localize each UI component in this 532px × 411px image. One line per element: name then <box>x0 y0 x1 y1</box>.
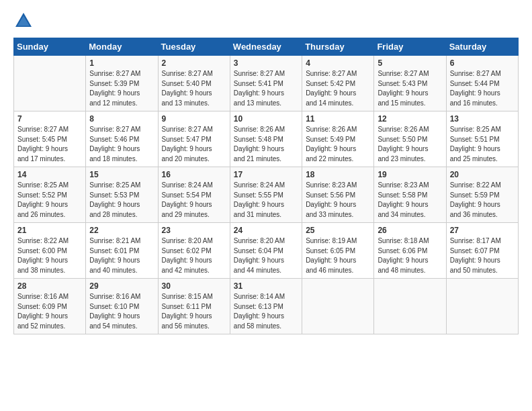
day-info: Sunrise: 8:27 AMSunset: 5:46 PMDaylight:… <box>89 125 154 164</box>
day-info: Sunrise: 8:25 AMSunset: 5:53 PMDaylight:… <box>89 181 154 220</box>
calendar-cell: 6 Sunrise: 8:27 AMSunset: 5:44 PMDayligh… <box>446 56 518 111</box>
calendar-cell <box>446 279 518 334</box>
calendar-cell: 1 Sunrise: 8:27 AMSunset: 5:39 PMDayligh… <box>86 56 158 111</box>
calendar-cell: 30 Sunrise: 8:15 AMSunset: 6:11 PMDaylig… <box>158 279 230 334</box>
calendar-cell: 13 Sunrise: 8:25 AMSunset: 5:51 PMDaylig… <box>446 111 518 167</box>
day-info: Sunrise: 8:20 AMSunset: 6:02 PMDaylight:… <box>162 236 226 275</box>
calendar-cell: 10 Sunrise: 8:26 AMSunset: 5:48 PMDaylig… <box>230 111 302 167</box>
day-info: Sunrise: 8:27 AMSunset: 5:42 PMDaylight:… <box>306 69 370 108</box>
calendar-week-4: 21 Sunrise: 8:22 AMSunset: 6:00 PMDaylig… <box>14 223 519 279</box>
calendar-week-2: 7 Sunrise: 8:27 AMSunset: 5:45 PMDayligh… <box>14 111 519 167</box>
day-info: Sunrise: 8:26 AMSunset: 5:49 PMDaylight:… <box>306 125 370 164</box>
day-number: 18 <box>306 170 370 179</box>
day-number: 15 <box>89 170 154 179</box>
day-info: Sunrise: 8:21 AMSunset: 6:01 PMDaylight:… <box>89 236 154 275</box>
day-number: 3 <box>234 58 298 68</box>
calendar-cell: 28 Sunrise: 8:16 AMSunset: 6:09 PMDaylig… <box>14 279 86 334</box>
header <box>13 11 519 31</box>
day-info: Sunrise: 8:25 AMSunset: 5:51 PMDaylight:… <box>450 125 515 164</box>
day-info: Sunrise: 8:14 AMSunset: 6:13 PMDaylight:… <box>234 292 298 331</box>
logo-icon <box>13 11 34 31</box>
calendar-cell: 17 Sunrise: 8:24 AMSunset: 5:55 PMDaylig… <box>230 167 302 223</box>
day-info: Sunrise: 8:26 AMSunset: 5:48 PMDaylight:… <box>234 125 298 164</box>
day-number: 24 <box>234 226 298 235</box>
day-info: Sunrise: 8:27 AMSunset: 5:41 PMDaylight:… <box>234 69 298 108</box>
day-number: 28 <box>17 281 82 291</box>
day-number: 26 <box>378 226 442 235</box>
calendar-week-5: 28 Sunrise: 8:16 AMSunset: 6:09 PMDaylig… <box>14 279 519 334</box>
weekday-header-sunday: Sunday <box>14 38 86 56</box>
day-number: 6 <box>450 58 515 68</box>
logo <box>13 11 36 31</box>
day-number: 4 <box>306 58 370 68</box>
day-info: Sunrise: 8:27 AMSunset: 5:43 PMDaylight:… <box>378 69 442 108</box>
calendar-cell: 20 Sunrise: 8:22 AMSunset: 5:59 PMDaylig… <box>446 167 518 223</box>
calendar-week-3: 14 Sunrise: 8:25 AMSunset: 5:52 PMDaylig… <box>14 167 519 223</box>
day-number: 29 <box>89 281 154 291</box>
calendar-cell <box>14 56 86 111</box>
calendar-cell: 8 Sunrise: 8:27 AMSunset: 5:46 PMDayligh… <box>86 111 158 167</box>
day-info: Sunrise: 8:16 AMSunset: 6:10 PMDaylight:… <box>89 292 154 331</box>
day-info: Sunrise: 8:18 AMSunset: 6:06 PMDaylight:… <box>378 236 442 275</box>
calendar-cell: 31 Sunrise: 8:14 AMSunset: 6:13 PMDaylig… <box>230 279 302 334</box>
calendar-cell: 22 Sunrise: 8:21 AMSunset: 6:01 PMDaylig… <box>86 223 158 279</box>
day-info: Sunrise: 8:27 AMSunset: 5:44 PMDaylight:… <box>450 69 515 108</box>
day-number: 16 <box>162 170 226 179</box>
day-number: 7 <box>17 114 82 124</box>
day-info: Sunrise: 8:20 AMSunset: 6:04 PMDaylight:… <box>234 236 298 275</box>
calendar-cell: 4 Sunrise: 8:27 AMSunset: 5:42 PMDayligh… <box>302 56 374 111</box>
day-number: 11 <box>306 114 370 124</box>
weekday-header-row: SundayMondayTuesdayWednesdayThursdayFrid… <box>14 38 519 56</box>
calendar-cell: 23 Sunrise: 8:20 AMSunset: 6:02 PMDaylig… <box>158 223 230 279</box>
calendar-cell: 12 Sunrise: 8:26 AMSunset: 5:50 PMDaylig… <box>374 111 446 167</box>
calendar-cell: 3 Sunrise: 8:27 AMSunset: 5:41 PMDayligh… <box>230 56 302 111</box>
calendar-cell: 2 Sunrise: 8:27 AMSunset: 5:40 PMDayligh… <box>158 56 230 111</box>
calendar-cell: 5 Sunrise: 8:27 AMSunset: 5:43 PMDayligh… <box>374 56 446 111</box>
day-info: Sunrise: 8:17 AMSunset: 6:07 PMDaylight:… <box>450 236 515 275</box>
day-info: Sunrise: 8:27 AMSunset: 5:39 PMDaylight:… <box>89 69 154 108</box>
calendar-cell: 18 Sunrise: 8:23 AMSunset: 5:56 PMDaylig… <box>302 167 374 223</box>
day-info: Sunrise: 8:24 AMSunset: 5:54 PMDaylight:… <box>162 181 226 220</box>
day-number: 30 <box>162 281 226 291</box>
day-info: Sunrise: 8:23 AMSunset: 5:58 PMDaylight:… <box>378 181 442 220</box>
calendar-cell: 26 Sunrise: 8:18 AMSunset: 6:06 PMDaylig… <box>374 223 446 279</box>
day-number: 25 <box>306 226 370 235</box>
weekday-header-saturday: Saturday <box>446 38 518 56</box>
calendar-cell: 9 Sunrise: 8:27 AMSunset: 5:47 PMDayligh… <box>158 111 230 167</box>
calendar-cell <box>302 279 374 334</box>
day-info: Sunrise: 8:26 AMSunset: 5:50 PMDaylight:… <box>378 125 442 164</box>
day-number: 27 <box>450 226 515 235</box>
day-number: 19 <box>378 170 442 179</box>
day-info: Sunrise: 8:24 AMSunset: 5:55 PMDaylight:… <box>234 181 298 220</box>
day-number: 23 <box>162 226 226 235</box>
calendar-cell: 25 Sunrise: 8:19 AMSunset: 6:05 PMDaylig… <box>302 223 374 279</box>
day-info: Sunrise: 8:15 AMSunset: 6:11 PMDaylight:… <box>162 292 226 331</box>
day-number: 2 <box>162 58 226 68</box>
calendar-week-1: 1 Sunrise: 8:27 AMSunset: 5:39 PMDayligh… <box>14 56 519 111</box>
day-number: 1 <box>89 58 154 68</box>
day-info: Sunrise: 8:22 AMSunset: 6:00 PMDaylight:… <box>17 236 82 275</box>
calendar-cell <box>374 279 446 334</box>
weekday-header-friday: Friday <box>374 38 446 56</box>
day-number: 20 <box>450 170 515 179</box>
day-number: 5 <box>378 58 442 68</box>
calendar-cell: 27 Sunrise: 8:17 AMSunset: 6:07 PMDaylig… <box>446 223 518 279</box>
weekday-header-wednesday: Wednesday <box>230 38 302 56</box>
day-info: Sunrise: 8:27 AMSunset: 5:40 PMDaylight:… <box>162 69 226 108</box>
day-number: 12 <box>378 114 442 124</box>
day-number: 14 <box>17 170 82 179</box>
day-number: 10 <box>234 114 298 124</box>
calendar-cell: 21 Sunrise: 8:22 AMSunset: 6:00 PMDaylig… <box>14 223 86 279</box>
calendar-cell: 15 Sunrise: 8:25 AMSunset: 5:53 PMDaylig… <box>86 167 158 223</box>
day-number: 9 <box>162 114 226 124</box>
weekday-header-tuesday: Tuesday <box>158 38 230 56</box>
page: SundayMondayTuesdayWednesdayThursdayFrid… <box>0 0 532 341</box>
weekday-header-thursday: Thursday <box>302 38 374 56</box>
day-info: Sunrise: 8:22 AMSunset: 5:59 PMDaylight:… <box>450 181 515 220</box>
day-info: Sunrise: 8:23 AMSunset: 5:56 PMDaylight:… <box>306 181 370 220</box>
weekday-header-monday: Monday <box>86 38 158 56</box>
calendar-cell: 29 Sunrise: 8:16 AMSunset: 6:10 PMDaylig… <box>86 279 158 334</box>
day-info: Sunrise: 8:16 AMSunset: 6:09 PMDaylight:… <box>17 292 82 331</box>
calendar-table: SundayMondayTuesdayWednesdayThursdayFrid… <box>13 38 519 334</box>
calendar-cell: 14 Sunrise: 8:25 AMSunset: 5:52 PMDaylig… <box>14 167 86 223</box>
